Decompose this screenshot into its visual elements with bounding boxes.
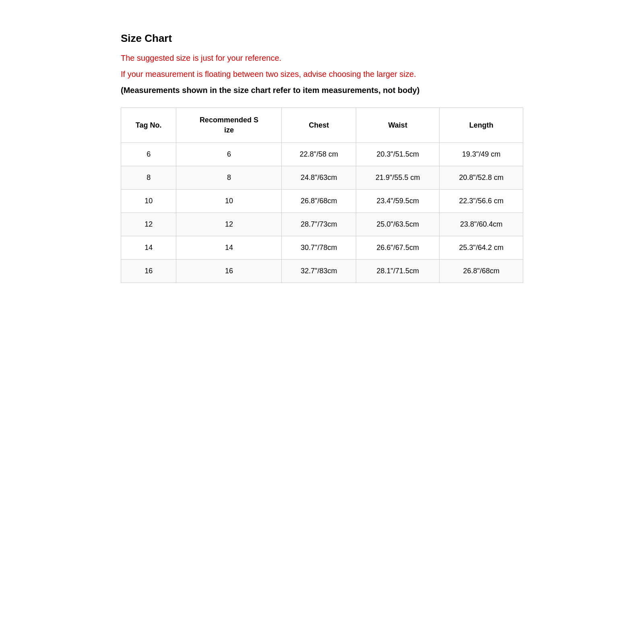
cell-tag_no: 14 — [121, 236, 176, 260]
cell-length: 23.8"/60.4cm — [440, 213, 523, 236]
cell-waist: 20.3"/51.5cm — [356, 143, 440, 166]
cell-waist: 23.4"/59.5cm — [356, 190, 440, 213]
table-header-row: Tag No. Recommended Size Chest Waist Len… — [121, 108, 523, 143]
note-line3: (Measurements shown in the size chart re… — [121, 84, 523, 96]
note-line1: The suggested size is just for your refe… — [121, 52, 523, 64]
cell-chest: 28.7"/73cm — [282, 213, 356, 236]
table-row: 6622.8"/58 cm20.3"/51.5cm19.3"/49 cm — [121, 143, 523, 166]
cell-recommended_size: 8 — [176, 166, 282, 190]
table-row: 8824.8"/63cm21.9"/55.5 cm20.8"/52.8 cm — [121, 166, 523, 190]
col-header-waist: Waist — [356, 108, 440, 143]
table-row: 121228.7"/73cm25.0"/63.5cm23.8"/60.4cm — [121, 213, 523, 236]
cell-tag_no: 12 — [121, 213, 176, 236]
cell-waist: 21.9"/55.5 cm — [356, 166, 440, 190]
col-header-chest: Chest — [282, 108, 356, 143]
table-row: 141430.7"/78cm26.6"/67.5cm25.3"/64.2 cm — [121, 236, 523, 260]
cell-length: 22.3"/56.6 cm — [440, 190, 523, 213]
table-row: 161632.7"/83cm28.1"/71.5cm26.8"/68cm — [121, 260, 523, 283]
cell-chest: 22.8"/58 cm — [282, 143, 356, 166]
cell-length: 19.3"/49 cm — [440, 143, 523, 166]
cell-chest: 24.8"/63cm — [282, 166, 356, 190]
cell-tag_no: 10 — [121, 190, 176, 213]
col-header-tag-no: Tag No. — [121, 108, 176, 143]
table-body: 6622.8"/58 cm20.3"/51.5cm19.3"/49 cm8824… — [121, 143, 523, 283]
cell-chest: 30.7"/78cm — [282, 236, 356, 260]
main-container: Size Chart The suggested size is just fo… — [121, 32, 523, 283]
cell-tag_no: 6 — [121, 143, 176, 166]
cell-chest: 32.7"/83cm — [282, 260, 356, 283]
cell-waist: 28.1"/71.5cm — [356, 260, 440, 283]
note-line2: If your measurement is floating between … — [121, 68, 523, 80]
col-header-length: Length — [440, 108, 523, 143]
cell-recommended_size: 14 — [176, 236, 282, 260]
cell-tag_no: 8 — [121, 166, 176, 190]
cell-length: 25.3"/64.2 cm — [440, 236, 523, 260]
cell-recommended_size: 16 — [176, 260, 282, 283]
cell-waist: 26.6"/67.5cm — [356, 236, 440, 260]
cell-waist: 25.0"/63.5cm — [356, 213, 440, 236]
cell-chest: 26.8"/68cm — [282, 190, 356, 213]
size-chart-table: Tag No. Recommended Size Chest Waist Len… — [121, 107, 523, 283]
table-row: 101026.8"/68cm23.4"/59.5cm22.3"/56.6 cm — [121, 190, 523, 213]
cell-length: 20.8"/52.8 cm — [440, 166, 523, 190]
page-title: Size Chart — [121, 32, 523, 45]
cell-recommended_size: 10 — [176, 190, 282, 213]
cell-recommended_size: 12 — [176, 213, 282, 236]
cell-recommended_size: 6 — [176, 143, 282, 166]
cell-tag_no: 16 — [121, 260, 176, 283]
col-header-recommended-size: Recommended Size — [176, 108, 282, 143]
cell-length: 26.8"/68cm — [440, 260, 523, 283]
